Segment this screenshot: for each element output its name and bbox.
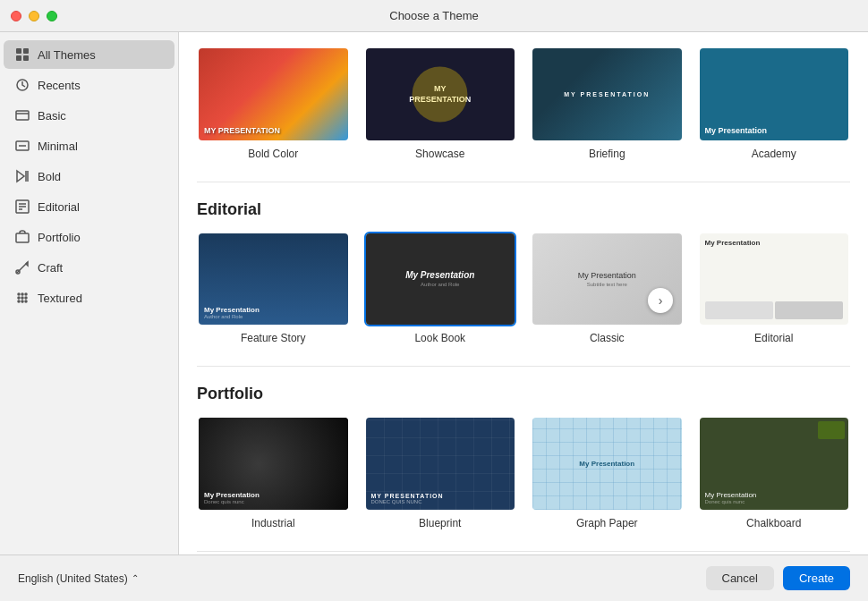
theme-academy[interactable]: My Presentation Academy — [698, 47, 851, 160]
theme-name-chalkboard: Chalkboard — [746, 517, 801, 529]
language-label: English (United States) — [18, 572, 128, 585]
theme-name-feature-story: Feature Story — [241, 332, 306, 344]
theme-thumb-graph-paper: My Presentation — [531, 416, 684, 512]
theme-grid-content[interactable]: MY PRESENTATION Bold Color MYPRESENTATIO… — [179, 32, 868, 554]
maximize-button[interactable] — [47, 11, 57, 21]
theme-look-book[interactable]: My Presentation Author and Role Look Boo… — [364, 232, 517, 345]
svg-point-23 — [21, 297, 23, 299]
sidebar-item-label: Basic — [38, 109, 66, 123]
sidebar-item-label: Recents — [38, 79, 81, 92]
theme-name-industrial: Industrial — [251, 517, 295, 529]
sidebar-item-basic[interactable]: Basic — [4, 101, 174, 130]
sidebar-item-bold[interactable]: Bold — [4, 162, 174, 190]
bottom-bar: English (United States) ⌃ Cancel Create — [0, 554, 868, 601]
divider-craft — [197, 551, 850, 552]
minimal-icon — [14, 138, 30, 154]
theme-thumb-feature-story: My Presentation Author and Role — [197, 232, 350, 327]
portfolio-section: Portfolio My Presentation Donec quis nun… — [197, 385, 850, 529]
theme-thumb-showcase: MYPRESENTATION — [364, 47, 517, 142]
theme-showcase[interactable]: MYPRESENTATION Showcase — [364, 47, 517, 160]
svg-rect-16 — [16, 233, 29, 242]
sidebar-item-label: Portfolio — [38, 231, 81, 244]
theme-thumb-bold-color: MY PRESENTATION — [197, 47, 350, 142]
sidebar-item-label: Editorial — [38, 200, 80, 214]
theme-name-editorial: Editorial — [754, 332, 793, 344]
sidebar: All Themes Recents Basic — [0, 32, 179, 554]
sidebar-item-textured[interactable]: Textured — [4, 284, 174, 312]
svg-point-21 — [25, 293, 27, 295]
minimize-button[interactable] — [29, 11, 39, 21]
svg-rect-5 — [16, 111, 29, 120]
theme-name-graph-paper: Graph Paper — [576, 517, 638, 529]
main-container: All Themes Recents Basic — [0, 32, 868, 554]
craft-icon — [14, 259, 30, 275]
theme-name-blueprint: Blueprint — [419, 517, 461, 529]
theme-feature-story[interactable]: My Presentation Author and Role Feature … — [197, 232, 350, 345]
sidebar-item-craft[interactable]: Craft — [4, 253, 174, 282]
sidebar-item-label: Craft — [38, 261, 63, 275]
theme-briefing[interactable]: MY PRESENTATION Briefing — [531, 47, 684, 160]
theme-graph-paper[interactable]: My Presentation Graph Paper — [531, 416, 684, 529]
dialog-title: Choose a Theme — [389, 9, 479, 22]
close-button[interactable] — [11, 11, 21, 21]
theme-name-briefing: Briefing — [589, 148, 625, 160]
theme-thumb-briefing: MY PRESENTATION — [531, 47, 684, 142]
scroll-right-arrow[interactable]: › — [648, 288, 673, 313]
theme-name-showcase: Showcase — [415, 148, 464, 160]
theme-thumb-blueprint: MY PRESENTATION DONEC QUIS NUNC — [364, 416, 517, 512]
theme-name-academy: Academy — [752, 148, 796, 160]
title-bar: Choose a Theme — [0, 0, 868, 32]
sidebar-item-all-themes[interactable]: All Themes — [4, 40, 174, 69]
sidebar-item-editorial[interactable]: Editorial — [4, 192, 174, 221]
editorial-section: Editorial My Presentation Author and Rol… — [197, 200, 850, 345]
window-controls — [11, 11, 57, 21]
theme-name-bold-color: Bold Color — [248, 148, 298, 160]
svg-rect-1 — [23, 48, 29, 54]
svg-point-25 — [18, 300, 20, 302]
bottom-buttons: Cancel Create — [706, 566, 851, 590]
basic-icon — [14, 107, 30, 123]
theme-bold-color[interactable]: MY PRESENTATION Bold Color — [197, 47, 350, 160]
sidebar-item-recents[interactable]: Recents — [4, 71, 174, 99]
svg-rect-3 — [23, 55, 29, 61]
language-selector[interactable]: English (United States) ⌃ — [18, 572, 139, 585]
editorial-icon — [14, 199, 30, 215]
theme-thumb-look-book: My Presentation Author and Role — [364, 232, 517, 327]
create-button[interactable]: Create — [783, 566, 850, 590]
svg-point-22 — [18, 297, 20, 299]
theme-thumb-chalkboard: My Presentation Donec quis nunc — [698, 416, 851, 512]
sidebar-item-label: All Themes — [38, 48, 96, 62]
sidebar-item-minimal[interactable]: Minimal — [4, 131, 174, 160]
svg-point-27 — [25, 300, 27, 302]
divider-portfolio — [197, 366, 850, 367]
svg-point-24 — [25, 297, 27, 299]
svg-marker-9 — [17, 171, 24, 182]
editorial-themes-grid: My Presentation Author and Role Feature … — [197, 232, 850, 345]
theme-industrial[interactable]: My Presentation Donec quis nunc Industri… — [197, 416, 350, 529]
theme-name-look-book: Look Book — [414, 332, 465, 344]
theme-thumb-academy: My Presentation — [698, 47, 851, 142]
theme-editorial[interactable]: My Presentation Editorial — [698, 232, 851, 345]
sidebar-item-label: Bold — [38, 170, 61, 183]
textured-icon — [14, 290, 30, 306]
theme-chalkboard[interactable]: My Presentation Donec quis nunc Chalkboa… — [698, 416, 851, 529]
editorial-section-title: Editorial — [197, 200, 850, 219]
language-dropdown-icon: ⌃ — [132, 573, 139, 583]
svg-point-19 — [18, 293, 20, 295]
top-themes-grid: MY PRESENTATION Bold Color MYPRESENTATIO… — [197, 47, 850, 160]
svg-rect-0 — [16, 48, 21, 54]
top-themes-section: MY PRESENTATION Bold Color MYPRESENTATIO… — [197, 47, 850, 160]
portfolio-icon — [14, 229, 30, 245]
divider-editorial — [197, 182, 850, 182]
svg-rect-2 — [16, 55, 21, 61]
sidebar-item-label: Textured — [38, 292, 82, 305]
theme-blueprint[interactable]: MY PRESENTATION DONEC QUIS NUNC Blueprin… — [364, 416, 517, 529]
grid-icon — [14, 47, 30, 63]
portfolio-themes-grid: My Presentation Donec quis nunc Industri… — [197, 416, 850, 529]
portfolio-section-title: Portfolio — [197, 385, 850, 403]
svg-point-26 — [21, 300, 23, 302]
cancel-button[interactable]: Cancel — [706, 566, 774, 590]
theme-thumb-editorial: My Presentation — [698, 232, 851, 327]
sidebar-item-portfolio[interactable]: Portfolio — [4, 223, 174, 251]
clock-icon — [14, 77, 30, 93]
